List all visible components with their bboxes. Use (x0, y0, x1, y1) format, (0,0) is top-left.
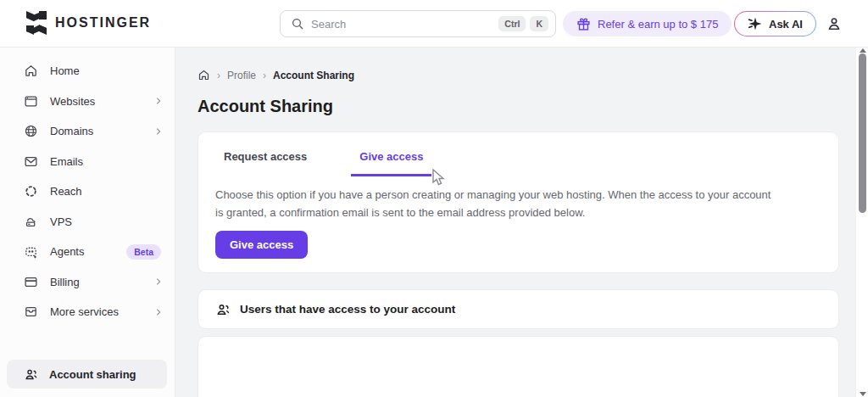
access-options-card: Request access Give access Choose this o… (198, 131, 839, 273)
robot-agent-icon (24, 244, 38, 259)
shortcut-ctrl-key: Ctrl (498, 16, 526, 31)
scrollbar-up-arrow[interactable] (860, 48, 866, 53)
shortcut-k-key: K (530, 16, 548, 31)
chevron-right-icon (154, 97, 163, 105)
page-title: Account Sharing (198, 97, 333, 116)
ask-ai-label: Ask AI (769, 18, 803, 31)
users-icon (215, 302, 231, 317)
breadcrumb-separator: › (217, 70, 220, 81)
tabs: Request access Give access (198, 132, 838, 176)
cloud-server-icon (24, 215, 38, 229)
sidebar-item-billing[interactable]: Billing (0, 267, 175, 298)
top-bar: HOSTINGER Ctrl K Refer & earn up to $ 17… (0, 0, 868, 48)
sidebar-item-label: VPS (50, 215, 163, 228)
credit-card-icon (24, 275, 38, 289)
sidebar-item-label: Billing (50, 276, 154, 288)
breadcrumb-home-icon[interactable] (198, 69, 210, 81)
search-icon (291, 17, 304, 31)
sidebar-item-label: Emails (50, 155, 163, 168)
app-window: HOSTINGER Ctrl K Refer & earn up to $ 17… (0, 0, 868, 397)
sidebar-item-account-sharing[interactable]: Account sharing (7, 360, 167, 389)
scrollbar-thumb[interactable] (859, 53, 866, 213)
ai-sparkle-icon (748, 16, 763, 31)
vertical-scrollbar[interactable] (855, 48, 868, 397)
give-access-button[interactable]: Give access (215, 231, 308, 259)
sidebar-item-home[interactable]: Home (0, 56, 175, 87)
sidebar: Home Websites Domains Emails Reach (0, 48, 175, 397)
chevron-right-icon (154, 277, 163, 286)
users-icon (24, 367, 38, 382)
sidebar-item-label: Domains (50, 125, 154, 137)
sidebar-item-domains[interactable]: Domains (0, 116, 175, 147)
ask-ai-button[interactable]: Ask AI (734, 11, 816, 36)
sidebar-item-label: More services (50, 305, 154, 318)
scrollbar-down-arrow[interactable] (860, 392, 866, 396)
chevron-right-icon (154, 308, 163, 316)
sidebar-item-label: Reach (50, 185, 163, 198)
breadcrumb-profile[interactable]: Profile (227, 70, 256, 81)
sidebar-item-label: Home (50, 64, 163, 77)
sidebar-item-more-services[interactable]: More services (0, 297, 175, 327)
person-icon (826, 15, 843, 32)
tab-give-access[interactable]: Give access (351, 147, 431, 176)
globe-icon (24, 124, 38, 138)
search-bar[interactable]: Ctrl K (280, 10, 556, 37)
sidebar-item-label: Agents (50, 245, 126, 258)
sidebar-item-label: Websites (50, 95, 154, 108)
refer-earn-label: Refer & earn up to $ 175 (598, 18, 718, 31)
main-content: › Profile › Account Sharing Account Shar… (175, 48, 868, 397)
search-input[interactable] (311, 18, 494, 31)
sidebar-item-agents[interactable]: Agents Beta (0, 237, 175, 267)
gift-icon (576, 17, 591, 31)
home-icon (24, 64, 38, 78)
breadcrumb-current: Account Sharing (273, 70, 354, 81)
sidebar-nav: Home Websites Domains Emails Reach (0, 48, 175, 327)
breadcrumb-separator: › (263, 70, 266, 81)
hostinger-h-icon (25, 11, 47, 35)
tab-request-access[interactable]: Request access (215, 147, 315, 176)
spinner-sparkle-icon (24, 184, 38, 198)
users-access-header-card: Users that have access to your account (198, 289, 839, 329)
sidebar-item-reach[interactable]: Reach (0, 176, 175, 207)
brand-name: HOSTINGER (55, 15, 151, 31)
users-section-title: Users that have access to your account (240, 303, 455, 316)
sidebar-item-websites[interactable]: Websites (0, 87, 175, 117)
drawer-box-icon (24, 305, 38, 319)
chevron-right-icon (154, 127, 163, 136)
profile-button[interactable] (825, 15, 843, 34)
sidebar-footer-label: Account sharing (49, 368, 136, 381)
refer-earn-button[interactable]: Refer & earn up to $ 175 (563, 11, 732, 36)
hostinger-logo[interactable]: HOSTINGER (25, 11, 151, 35)
sidebar-item-emails[interactable]: Emails (0, 147, 175, 177)
breadcrumb: › Profile › Account Sharing (198, 69, 354, 81)
envelope-icon (24, 154, 38, 169)
beta-badge: Beta (126, 244, 161, 260)
sidebar-item-vps[interactable]: VPS (0, 207, 175, 238)
users-list-card: Z (198, 336, 839, 397)
browser-icon (24, 94, 38, 109)
give-access-description: Choose this option if you have a person … (215, 187, 782, 222)
